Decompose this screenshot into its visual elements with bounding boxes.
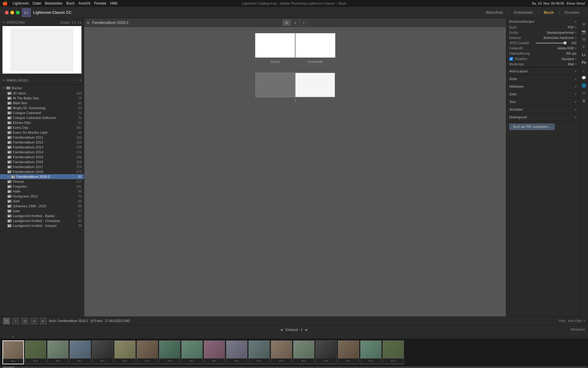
close-button[interactable] [5,11,9,14]
collection-item-lk-kumpel[interactable]: ▣ Landgericht Krefeld - Kümpel 39 [0,223,84,228]
jpeg-slider-thumb[interactable] [564,41,567,44]
app-menu-lightroom[interactable]: Lightroom [13,1,29,6]
collections-minus[interactable]: − [75,78,77,82]
film-thumb-8[interactable]: ⊞◎ [159,340,180,364]
film-thumb-7[interactable]: ⊞◎ [137,340,158,364]
side-icon-edit[interactable]: ✏ [581,90,587,97]
filter-dropdown-arrow[interactable]: ▾ [584,320,585,322]
farbprofil-value[interactable]: Adobe RGB ▾ [558,47,576,50]
spread-right-page[interactable] [295,73,335,97]
film-thumb-16[interactable]: ⊞◎ [338,340,359,364]
collection-item-baltic[interactable]: ▣ At The Baltic Sea 76 [0,96,84,101]
view-btn-filmstrip[interactable]: ▤ [21,318,28,324]
tab-bibliothek[interactable]: Bibliothek [482,9,507,16]
film-thumb-4[interactable]: ⊞◎ [70,340,91,364]
maximize-button[interactable] [16,11,20,14]
collections-plus[interactable]: + [79,78,81,82]
side-icon-music[interactable]: ♪ [581,67,587,74]
grosse-dropdown-arrow[interactable]: ▾ [575,31,576,34]
side-icon-2[interactable]: 📷 [581,29,587,35]
film-thumb-17[interactable]: ⊞◎ [360,340,382,364]
film-thumb-12[interactable]: ⊞◎ [248,340,270,364]
seite-section[interactable]: Seite ▸ [506,75,579,82]
film-thumb-13[interactable]: ⊞◎ [271,340,292,364]
collection-item-cologne[interactable]: ▣ Cologne Cathedral 70 [0,110,84,115]
scharfen-dropdown-arrow[interactable]: ▾ [575,58,576,60]
film-thumb-1[interactable]: ⊞◎ [2,340,24,364]
menu-datei[interactable]: Datei [32,1,41,6]
collection-item-lk-christiane[interactable]: ▣ Landgericht Krefeld - Christiane 42 [0,218,84,223]
side-icon-trash[interactable]: 🗑 [581,98,587,104]
collection-item-cologne-soft[interactable]: ▣ Cologne Cathedral Softcover 70 [0,115,84,120]
collection-item-fa2018-2[interactable]: ► ▣ Familienalbum 2018-2 83 [0,174,84,179]
collection-item-firenze[interactable]: ▣ Firenze 117 [0,179,84,184]
view-btn-page[interactable]: 1 [12,318,19,324]
film-thumb-11[interactable]: ⊞◎ [226,340,247,364]
collection-item-everyday[interactable]: ▣ Every Day 392 [0,125,84,130]
scroll-track[interactable] [2,367,586,368]
nav-forward-btn[interactable]: ► [40,318,47,324]
scharfen-value[interactable]: Standard ▾ [561,57,576,61]
film-thumb-9[interactable]: ⊞◎ [181,340,203,364]
schriftart-section[interactable]: Schriftart ▸ [506,105,579,113]
film-thumb-2[interactable]: ⊞◎ [25,340,46,364]
tab-drucken[interactable]: Drucken [561,9,583,16]
collection-item-fa2011[interactable]: ▣ Familienalbum 2011 165 [0,135,84,140]
scharfen-checkbox[interactable] [509,57,513,61]
collections-header[interactable]: ▼ Sammlungen − + [0,76,84,85]
menu-fenster[interactable]: Fenster [94,1,107,6]
farbprofil-dropdown-arrow[interactable]: ▾ [575,47,576,50]
grosse-value[interactable]: Standardquerformat ▾ [547,31,576,34]
collection-item-fa2014[interactable]: ▣ Familienalbum 2014 174 [0,150,84,155]
view-btn-thumbs[interactable]: ⊞ [3,318,10,324]
collection-item-halle[interactable]: ▣ Halle 59 [0,189,84,194]
film-thumb-6[interactable]: ⊞◎ [114,340,136,364]
side-icon-ps[interactable]: Ps [581,59,587,66]
menu-ansicht[interactable]: Ansicht [78,1,90,6]
text-section[interactable]: Text ▸ [506,98,579,105]
view-btn-compare[interactable]: ⊟ [300,20,308,26]
menu-bearbeiten[interactable]: Bearbeiten [45,1,62,6]
collection-item-juist[interactable]: ▣ Juist 27 [0,209,84,213]
medientyp-value[interactable]: Matt ▾ [568,63,576,66]
nav-back-btn[interactable]: ◄ [31,318,37,324]
medientyp-dropdown-arrow[interactable]: ▾ [575,63,576,66]
collection-item-fa2016[interactable]: ▣ Familienalbum 2016 218 [0,159,84,164]
film-thumb-5[interactable]: ⊞◎ [92,340,113,364]
side-icon-lr[interactable]: Lr [581,52,587,58]
collection-item-lk-banke[interactable]: ▣ Landgericht Krefeld - Banke 57 [0,213,84,218]
collection-item-hurtigruten[interactable]: ▣ Hurtigruten 2012 70 [0,194,84,199]
scroll-thumb[interactable] [2,367,15,368]
apple-menu[interactable]: 🍎 [2,1,8,6]
bucheinstellungen-header[interactable]: Bucheinstellungen ▸ [506,18,579,25]
collection-item-20jahre[interactable]: ▣ 20 Jahre 144 [0,91,84,96]
view-btn-detail[interactable]: ▤ [291,20,299,26]
side-icon-globe[interactable]: 🌐 [581,82,587,89]
film-thumb-10[interactable]: ⊞◎ [204,340,225,364]
spread-left-page[interactable] [255,73,295,97]
hilfslinien-section[interactable]: Hilfslinien ▸ [506,82,579,90]
menu-buch[interactable]: Buch [66,1,74,6]
hintergrund-section[interactable]: Hintergrund ▸ [506,113,579,121]
buch-dropdown-arrow[interactable]: ▾ [575,26,576,29]
preview-header[interactable]: ▼ Vorschau Einpas: 1:1 4:1 [2,21,81,24]
menu-hilfe[interactable]: Hilfe [110,1,118,6]
film-thumb-14[interactable]: ⊞◎ [293,340,315,364]
einband-next-btn[interactable]: ► [303,327,311,333]
collection-item-fa2013[interactable]: ▣ Familienalbum 2013 209 [0,145,84,150]
collection-item-fa2012[interactable]: ▣ Familienalbum 2012 156 [0,140,84,145]
zelle-section[interactable]: Zelle ▸ [506,90,579,98]
side-icon-3[interactable]: W [581,36,587,43]
collection-item-forgotten[interactable]: ▣ Forgotten 141 [0,184,84,189]
film-thumb-15[interactable]: ⊞◎ [315,340,337,364]
auto-layout-section[interactable]: Auto-Layout ▸ [506,67,579,75]
einband-prev-btn[interactable]: ◄ [277,327,285,333]
cover-front-page[interactable] [296,33,335,58]
tab-entwickeln[interactable]: Entwickeln [510,9,537,16]
einband-dropdown-arrow[interactable]: ▾ [575,36,576,39]
collection-item-johannes[interactable]: ▣ Johannes 1996 - 2015 98 [0,204,84,209]
filter-value[interactable]: Kein Filter [568,319,582,323]
collection-item-fa2015[interactable]: ▣ Familienalbum 2015 246 [0,155,84,159]
collection-item-fa2017[interactable]: ▣ Familienalbum 2017 376 [0,164,84,169]
bucher-group-header[interactable]: ▼ Bücher [0,85,84,91]
